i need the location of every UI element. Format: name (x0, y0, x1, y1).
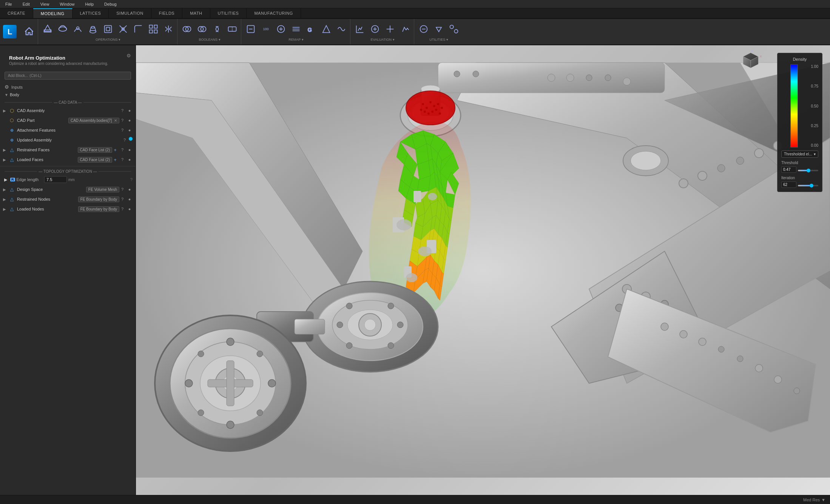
tool-util2[interactable] (432, 22, 446, 36)
tool-util3[interactable] (447, 22, 461, 36)
restrained-nodes-help-btn[interactable]: ? (119, 196, 125, 202)
tool-eval2[interactable] (368, 22, 382, 36)
tool-subtract[interactable] (195, 22, 209, 36)
svg-point-56 (429, 101, 432, 103)
tab-math[interactable]: MATH (182, 8, 210, 18)
restrained-faces-add-btn[interactable]: + (112, 147, 118, 153)
tool-eval3[interactable] (383, 22, 397, 36)
tool-intersect[interactable] (210, 22, 224, 36)
menu-help[interactable]: Help (83, 1, 96, 7)
tool-sweep[interactable] (71, 22, 85, 36)
toolbar-home-btn[interactable] (22, 25, 36, 39)
design-space-help-btn[interactable]: ? (119, 186, 125, 192)
tab-simulation[interactable]: SIMULATION (109, 8, 151, 18)
tree-item-attachment-features[interactable]: ▶ ⊕ Attachment Features ? ● (0, 125, 136, 135)
tool-revolve[interactable] (56, 22, 70, 36)
tool-remap1[interactable] (244, 22, 258, 36)
density-dropdown-btn[interactable]: Thresholded el... ▾ (781, 151, 818, 158)
loaded-faces-help-btn[interactable]: ? (119, 157, 125, 163)
cube-navigator[interactable]: X Z (739, 49, 762, 72)
threshold-value[interactable]: 0.47 (781, 166, 796, 173)
tree-item-restrained-faces[interactable]: ▶ △ Restrained Faces CAD Face List (2) +… (0, 145, 136, 155)
viewport[interactable]: X Z Density 1.00 0.75 0.50 0.25 0.00 Thr… (136, 45, 830, 495)
panel-settings-icon[interactable]: ⚙ (127, 53, 131, 58)
svg-point-177 (227, 338, 234, 346)
cad-part-dot-btn[interactable]: ● (127, 117, 133, 123)
inputs-row[interactable]: ⚙ Inputs (0, 83, 136, 91)
restrained-nodes-dot-btn[interactable]: ● (127, 196, 133, 202)
design-space-dot-btn[interactable]: ● (127, 186, 133, 192)
menu-edit[interactable]: Edit (20, 1, 32, 7)
tool-union[interactable] (180, 22, 194, 36)
iteration-value[interactable]: 62 (781, 181, 796, 188)
menu-debug[interactable]: Debug (102, 1, 119, 7)
threshold-track[interactable] (798, 170, 818, 171)
attachment-help-btn[interactable]: ? (119, 127, 125, 133)
add-block-button[interactable]: Add Block... (Ctrl-L) (5, 72, 131, 80)
tree-item-loaded-nodes[interactable]: ▶ △ Loaded Nodes FE Boundary by Body ? ● (0, 204, 136, 214)
edge-length-input[interactable] (44, 176, 67, 183)
restrained-faces-dot-btn[interactable]: ● (127, 147, 133, 153)
menu-file[interactable]: File (3, 1, 14, 7)
tool-remap6[interactable] (319, 22, 333, 36)
body-arrow-icon: ▼ (5, 93, 8, 97)
tool-extrude[interactable] (40, 22, 55, 36)
tool-eval4[interactable] (398, 22, 412, 36)
attachment-dot-btn[interactable]: ● (127, 127, 133, 133)
loaded-faces-dot-btn[interactable]: ● (127, 157, 133, 163)
svg-point-196 (755, 364, 763, 372)
svg-point-162 (388, 343, 394, 349)
tab-manufacturing[interactable]: MANUFACTURING (247, 8, 301, 18)
svg-point-29 (454, 71, 460, 77)
edge-length-help-btn[interactable]: ? (130, 177, 133, 182)
updated-assembly-help-btn[interactable]: ? (122, 137, 128, 143)
iteration-track[interactable] (798, 185, 818, 186)
tree-item-updated-assembly[interactable]: ▶ ⊕ Updated Assembly ? (0, 135, 136, 145)
tool-util1[interactable] (417, 22, 431, 36)
tab-utilities[interactable]: UTILITIES (210, 8, 247, 18)
tree-item-cad-part[interactable]: ▶ ⬡ CAD Part CAD Assembly.bodies[7] ✕ ? … (0, 115, 136, 125)
tool-pattern[interactable] (146, 22, 160, 36)
cad-assembly-dot-btn[interactable]: ● (127, 108, 133, 114)
loaded-nodes-label: Loaded Nodes (17, 207, 77, 211)
tool-shell[interactable] (101, 22, 115, 36)
iteration-thumb[interactable] (810, 184, 813, 187)
tool-mirror[interactable] (161, 22, 176, 36)
body-label: Body (10, 92, 19, 97)
gear-icon: ⚙ (5, 84, 9, 90)
tool-remap7[interactable] (334, 22, 349, 36)
tool-100[interactable]: 100 (259, 22, 273, 36)
tree-item-restrained-nodes[interactable]: ▶ △ Restrained Nodes FE Boundary by Body… (0, 194, 136, 204)
tool-trim[interactable] (116, 22, 130, 36)
menu-window[interactable]: Window (57, 1, 77, 7)
menu-view[interactable]: View (38, 1, 52, 7)
loaded-nodes-expand-icon: ▶ (3, 207, 8, 211)
threshold-thumb[interactable] (807, 169, 810, 172)
body-header[interactable]: ▼ Body (0, 91, 136, 98)
tool-remap4[interactable] (289, 22, 303, 36)
tool-remap5[interactable]: G (304, 22, 318, 36)
tree-item-loaded-faces[interactable]: ▶ △ Loaded Faces CAD Face List (2) + ? ● (0, 155, 136, 164)
cad-assembly-help-btn[interactable]: ? (119, 108, 125, 114)
tree-item-design-space[interactable]: ▶ △ Design Space FE Volume Mesh ? ● (0, 184, 136, 194)
svg-point-195 (737, 356, 743, 362)
tab-lattices[interactable]: LATTICES (73, 8, 109, 18)
toolbar-evaluation-group: EVALUATION ▾ (351, 19, 414, 45)
loaded-nodes-dot-btn[interactable]: ● (127, 206, 133, 212)
cad-part-help-btn[interactable]: ? (119, 117, 125, 123)
cad-part-tag-close[interactable]: ✕ (114, 118, 117, 123)
tab-create[interactable]: CREATE (0, 8, 33, 18)
tool-remap3[interactable] (274, 22, 288, 36)
restrained-faces-help-btn[interactable]: ? (119, 147, 125, 153)
tool-fillet[interactable] (131, 22, 145, 36)
svg-point-160 (397, 322, 403, 328)
tab-modeling[interactable]: MODELING (33, 8, 73, 18)
tree-item-cad-assembly[interactable]: ▶ ⬡ CAD Assembly ? ● (0, 106, 136, 115)
loaded-faces-add-btn[interactable]: + (112, 157, 118, 163)
tool-loft[interactable] (86, 22, 100, 36)
loaded-nodes-help-btn[interactable]: ? (119, 206, 125, 212)
tab-fields[interactable]: FIELDS (151, 8, 183, 18)
tool-split[interactable] (225, 22, 239, 36)
resolution-status[interactable]: Med Res ▼ (803, 498, 825, 502)
tool-eval1[interactable] (353, 22, 367, 36)
